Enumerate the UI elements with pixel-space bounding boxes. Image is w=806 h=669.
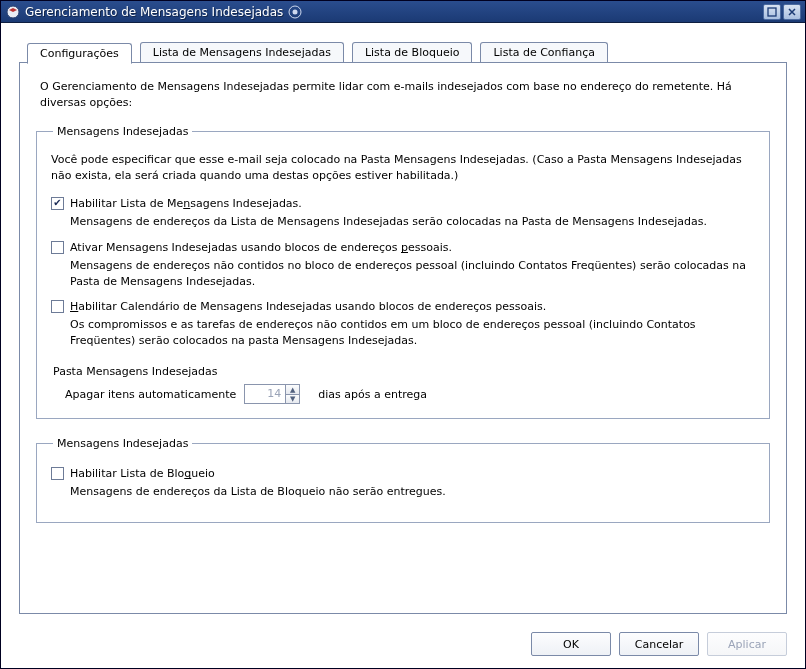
enable-junk-pab-row[interactable]: Ativar Mensagens Indesejadas usando bloc… xyxy=(49,238,757,258)
enable-junk-list-checkbox[interactable] xyxy=(51,197,64,210)
enable-junk-calendar-desc: Os compromissos e as tarefas de endereço… xyxy=(49,317,757,357)
enable-junk-calendar-checkbox[interactable] xyxy=(51,300,64,313)
tab-0[interactable]: Configurações xyxy=(27,43,132,64)
tab-3[interactable]: Lista de Confiança xyxy=(480,42,608,62)
auto-delete-label: Apagar itens automaticamente xyxy=(65,388,236,401)
junk-folder-label: Pasta Mensagens Indesejadas xyxy=(49,357,757,384)
enable-block-list-label: Habilitar Lista de Bloqueio xyxy=(70,466,215,482)
svg-point-2 xyxy=(293,9,298,14)
auto-delete-days-spinner[interactable]: 14 ▲ ▼ xyxy=(244,384,300,404)
enable-junk-list-row[interactable]: Habilitar Lista de Mensagens Indesejadas… xyxy=(49,194,757,214)
app-icon xyxy=(5,4,21,20)
dialog-button-bar: OK Cancelar Aplicar xyxy=(1,624,805,668)
titlebar[interactable]: Gerenciamento de Mensagens Indesejadas xyxy=(1,1,805,23)
maximize-button[interactable] xyxy=(763,4,781,20)
group-junk-mail-lead: Você pode especificar que esse e-mail se… xyxy=(49,152,757,194)
svg-rect-3 xyxy=(768,8,776,16)
enable-junk-pab-desc: Mensagens de endereços não contidos no b… xyxy=(49,258,757,298)
tab-content: O Gerenciamento de Mensagens Indesejadas… xyxy=(19,63,787,614)
tab-bar: ConfiguraçõesLista de Mensagens Indeseja… xyxy=(19,41,787,63)
tab-1[interactable]: Lista de Mensagens Indesejadas xyxy=(140,42,344,62)
enable-junk-pab-checkbox[interactable] xyxy=(51,241,64,254)
enable-junk-list-label: Habilitar Lista de Mensagens Indesejadas… xyxy=(70,196,302,212)
cancel-button[interactable]: Cancelar xyxy=(619,632,699,656)
spinner-up-icon[interactable]: ▲ xyxy=(286,385,299,394)
close-button[interactable] xyxy=(783,4,801,20)
group-block-list: Mensagens Indesejadas Habilitar Lista de… xyxy=(36,437,770,523)
intro-text: O Gerenciamento de Mensagens Indesejadas… xyxy=(34,77,772,125)
ok-button[interactable]: OK xyxy=(531,632,611,656)
apply-button[interactable]: Aplicar xyxy=(707,632,787,656)
auto-delete-days-value[interactable]: 14 xyxy=(245,385,285,403)
enable-block-list-row[interactable]: Habilitar Lista de Bloqueio xyxy=(49,464,757,484)
group-junk-mail: Mensagens Indesejadas Você pode especifi… xyxy=(36,125,770,419)
spinner-down-icon[interactable]: ▼ xyxy=(286,394,299,404)
enable-junk-list-desc: Mensagens de endereços da Lista de Mensa… xyxy=(49,214,757,238)
title-ornament-icon xyxy=(287,4,303,20)
group-junk-mail-legend: Mensagens Indesejadas xyxy=(53,125,192,138)
enable-block-list-checkbox[interactable] xyxy=(51,467,64,480)
enable-junk-calendar-label: Habilitar Calendário de Mensagens Indese… xyxy=(70,299,546,315)
enable-junk-pab-label: Ativar Mensagens Indesejadas usando bloc… xyxy=(70,240,452,256)
enable-junk-calendar-row[interactable]: Habilitar Calendário de Mensagens Indese… xyxy=(49,297,757,317)
tab-2[interactable]: Lista de Bloqueio xyxy=(352,42,473,62)
auto-delete-days-suffix: dias após a entrega xyxy=(318,388,427,401)
group-block-list-legend: Mensagens Indesejadas xyxy=(53,437,192,450)
enable-block-list-desc: Mensagens de endereços da Lista de Bloqu… xyxy=(49,484,757,508)
window-title: Gerenciamento de Mensagens Indesejadas xyxy=(25,5,283,19)
app-window: Gerenciamento de Mensagens Indesejadas C… xyxy=(0,0,806,669)
